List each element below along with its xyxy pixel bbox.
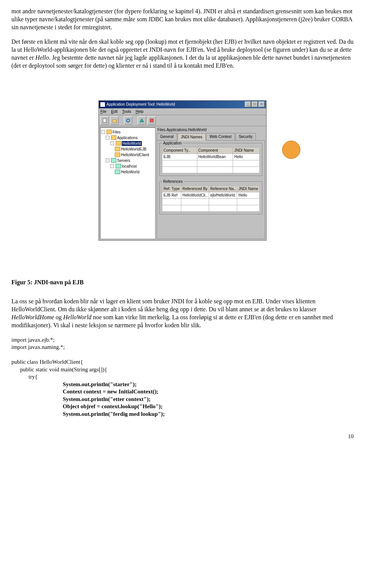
app-col-component[interactable]: Component bbox=[197, 147, 233, 154]
ref-col-refby[interactable]: Referenced By bbox=[181, 185, 209, 192]
cell-jndi[interactable]: Hello bbox=[233, 154, 259, 160]
tree-helloworld[interactable]: HelloWorld bbox=[122, 141, 142, 146]
code-line: import javax.naming.*; bbox=[11, 344, 65, 350]
client-icon bbox=[115, 152, 120, 157]
deploy-icon[interactable] bbox=[138, 116, 146, 125]
svg-rect-4 bbox=[150, 119, 153, 122]
folder-icon bbox=[106, 130, 112, 134]
window-title: Application Deployment Tool: HelloWorld bbox=[106, 102, 175, 107]
tab-web-context[interactable]: Web Context bbox=[206, 133, 235, 140]
menu-help[interactable]: Help bbox=[136, 109, 144, 114]
code-line: import javax.ejb.*; bbox=[11, 337, 55, 343]
callout-circle bbox=[282, 141, 300, 159]
app-col-type[interactable]: Component Ty.. bbox=[162, 147, 197, 154]
cell-ref-jndi[interactable]: Hello bbox=[237, 192, 260, 198]
table-row bbox=[162, 205, 260, 211]
detail-pane: Files.Applications.HelloWorld General JN… bbox=[157, 127, 265, 239]
tree-hw-deployed[interactable]: HelloWorld bbox=[121, 170, 140, 174]
para3-hw: HelloWorld bbox=[63, 314, 91, 320]
menu-edit[interactable]: Edit bbox=[111, 109, 117, 114]
code-line: System.out.println("ferdig med lookup"); bbox=[11, 411, 165, 417]
menu-file[interactable]: File bbox=[100, 109, 106, 114]
deploytool-window: Application Deployment Tool: HelloWorld … bbox=[98, 100, 267, 241]
app-icon bbox=[100, 102, 105, 107]
menu-tools[interactable]: Tools bbox=[122, 109, 131, 114]
cell-ref-type: EJB Ref bbox=[162, 192, 181, 198]
tab-jndi-names[interactable]: JNDI Names bbox=[178, 133, 206, 141]
table-row bbox=[162, 166, 260, 173]
titlebar: Application Deployment Tool: HelloWorld … bbox=[99, 101, 266, 108]
tree-localhost[interactable]: localhost bbox=[122, 164, 136, 169]
tab-bar: General JNDI Names Web Context Security bbox=[157, 133, 265, 141]
code-line: public static void main(String args[]){ bbox=[11, 366, 107, 372]
cell-type: EJB bbox=[162, 154, 197, 160]
group-title-references: References bbox=[162, 179, 184, 184]
tree-servers[interactable]: Servers bbox=[117, 158, 130, 163]
svg-rect-1 bbox=[113, 120, 116, 122]
code-line: try{ bbox=[11, 374, 38, 380]
cell-ref-by: HelloWorldCli.. bbox=[181, 192, 209, 198]
tree-pane[interactable]: -Files -Applications -HelloWorld HelloWo… bbox=[100, 127, 156, 239]
menubar: File Edit Tools Help bbox=[99, 108, 266, 115]
ref-col-refname[interactable]: Reference Na.. bbox=[209, 185, 237, 192]
minimize-button[interactable]: _ bbox=[245, 101, 251, 107]
para3-and: og bbox=[54, 314, 63, 320]
undeploy-icon[interactable] bbox=[148, 116, 156, 125]
app-icon bbox=[116, 141, 121, 146]
tree-toggle-icon[interactable]: - bbox=[110, 164, 114, 168]
cell-ref-name: ejb/HelloWorld bbox=[209, 192, 237, 198]
references-table[interactable]: Ref. Type Referenced By Reference Na.. J… bbox=[162, 185, 260, 212]
folder-icon bbox=[111, 135, 116, 140]
tree-applications[interactable]: Applications bbox=[117, 135, 138, 140]
para3-hwh: HelloWorldHome bbox=[11, 314, 54, 320]
code-line: Context context = new InitialContext(); bbox=[11, 388, 159, 395]
para3-a: La oss se på hvordan koden blir når vi l… bbox=[11, 298, 316, 312]
tab-general[interactable]: General bbox=[157, 133, 177, 140]
paragraph-2: Det første en klient må vite når den ska… bbox=[11, 38, 354, 70]
group-title-application: Application bbox=[162, 141, 183, 146]
ref-col-jndi[interactable]: JNDI Name bbox=[237, 185, 260, 192]
app-col-jndi[interactable]: JNDI Name bbox=[233, 147, 259, 154]
groupbox-application: Application Component Ty.. Component JND… bbox=[159, 143, 262, 176]
application-table[interactable]: Component Ty.. Component JNDI Name EJB H… bbox=[162, 147, 260, 173]
bean-icon bbox=[115, 147, 120, 151]
paragraph-1: mot andre navnetjenester/katalogtjeneste… bbox=[11, 8, 354, 31]
table-row bbox=[162, 198, 260, 205]
tab-body: Application Component Ty.. Component JND… bbox=[157, 141, 265, 239]
code-line: Object objref = context.lookup("Hello"); bbox=[11, 403, 162, 409]
deployed-icon bbox=[115, 170, 120, 174]
tree-ejb[interactable]: HelloWorldEJB bbox=[121, 147, 146, 152]
figure-5: Application Deployment Tool: HelloWorld … bbox=[11, 100, 354, 241]
close-button[interactable]: × bbox=[259, 101, 265, 107]
tree-toggle-icon[interactable]: - bbox=[110, 141, 114, 145]
code-line: System.out.println("etter context"); bbox=[11, 396, 151, 402]
maximize-button[interactable]: □ bbox=[252, 101, 258, 107]
host-icon bbox=[116, 164, 121, 168]
svg-marker-3 bbox=[140, 119, 144, 122]
open-icon[interactable] bbox=[110, 116, 119, 125]
figure-caption: Figur 5: JNDI-navn på EJB bbox=[11, 279, 354, 287]
cell-component: HelloWorldBean bbox=[197, 154, 233, 160]
tree-files[interactable]: Files bbox=[113, 130, 121, 135]
tree-client[interactable]: HelloWorldClient bbox=[121, 152, 149, 157]
tab-security[interactable]: Security bbox=[235, 133, 256, 140]
page-number: 10 bbox=[11, 433, 354, 441]
table-row[interactable]: EJB Ref HelloWorldCli.. ejb/HelloWorld H… bbox=[162, 192, 260, 198]
tree-toggle-icon[interactable]: - bbox=[101, 130, 105, 134]
groupbox-references: References Ref. Type Referenced By Refer… bbox=[159, 181, 262, 214]
svg-point-2 bbox=[127, 119, 130, 122]
table-row bbox=[162, 160, 260, 166]
breadcrumb: Files.Applications.HelloWorld bbox=[157, 127, 265, 133]
code-line: public class HelloWorldClient{ bbox=[11, 359, 83, 365]
toolbar bbox=[99, 115, 266, 126]
ref-col-type[interactable]: Ref. Type bbox=[162, 185, 181, 192]
server-folder-icon bbox=[111, 158, 116, 163]
svg-rect-0 bbox=[103, 119, 106, 122]
para2-b: . Jeg bestemte dette navnet når jeg lagd… bbox=[11, 54, 351, 69]
update-icon[interactable] bbox=[124, 116, 132, 125]
tree-toggle-icon[interactable]: - bbox=[106, 136, 110, 139]
paragraph-3: La oss se på hvordan koden blir når vi l… bbox=[11, 298, 354, 329]
new-icon[interactable] bbox=[100, 116, 109, 125]
tree-toggle-icon[interactable]: - bbox=[106, 158, 110, 162]
table-row[interactable]: EJB HelloWorldBean Hello bbox=[162, 154, 260, 160]
